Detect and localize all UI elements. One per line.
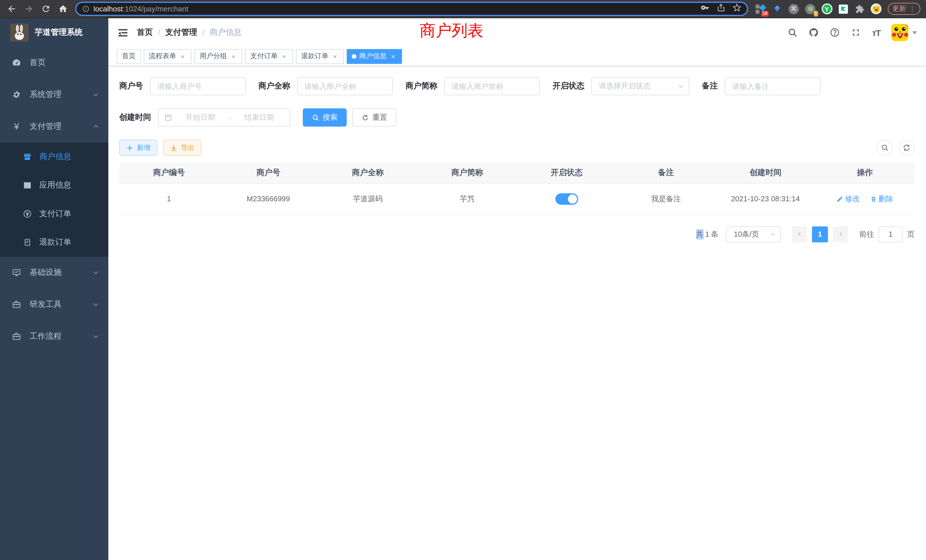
pagination-total: 共 1 条	[696, 229, 719, 239]
caret-down-icon	[912, 31, 917, 34]
close-icon[interactable]: ×	[179, 53, 186, 60]
chevron-up-icon	[92, 123, 99, 130]
browser-forward-icon[interactable]	[23, 3, 34, 15]
tag-merchant-info[interactable]: 商户信息×	[346, 49, 402, 64]
page-size-select[interactable]: 10条/页	[726, 226, 781, 242]
sidebar-item-home[interactable]: 首页	[0, 47, 108, 79]
short-name-input[interactable]	[444, 77, 540, 95]
tag-process-form[interactable]: 流程表单×	[144, 49, 192, 64]
table-row: 1 M233666999 芋道源码 芋艿 我是备注 2021-10-23 08:…	[119, 183, 915, 215]
merchant-no-label: 商户号	[119, 81, 143, 91]
github-icon[interactable]	[809, 27, 819, 38]
font-size-icon[interactable]: тT	[872, 28, 881, 37]
export-button[interactable]: 导出	[163, 140, 201, 156]
sidebar: 芋道管理系统 首页 系统管理	[0, 18, 108, 560]
extension-command-icon[interactable]: ⌘	[788, 3, 799, 15]
sidebar-item-refund-order[interactable]: 退款订单	[0, 228, 108, 257]
briefcase-icon	[11, 332, 22, 341]
breadcrumb-home[interactable]: 首页	[137, 27, 153, 38]
status-select[interactable]: 请选择开启状态	[591, 77, 689, 95]
refresh-table-button[interactable]	[899, 140, 915, 156]
site-info-icon[interactable]	[82, 5, 89, 12]
search-button[interactable]: 搜索	[303, 108, 346, 127]
tag-pay-order[interactable]: 支付订单×	[245, 49, 293, 64]
tag-user-group[interactable]: 用户分组×	[194, 49, 242, 64]
download-icon	[170, 144, 177, 151]
browser-menu-icon[interactable]: ⋮	[909, 5, 916, 13]
merchant-no-input[interactable]	[150, 77, 246, 95]
breadcrumb-payment[interactable]: 支付管理	[165, 27, 197, 38]
close-icon[interactable]: ×	[280, 53, 288, 60]
grid-table-icon	[22, 181, 32, 190]
header-search-icon[interactable]	[788, 27, 798, 38]
document-icon	[22, 238, 32, 247]
browser-reload-icon[interactable]	[40, 3, 51, 15]
extension-grammar-icon[interactable]	[838, 3, 849, 15]
sidebar-item-infra[interactable]: 基础设施	[0, 257, 108, 289]
goto-page-input[interactable]	[879, 226, 903, 242]
extension-vue-devtools-icon[interactable]: 10	[755, 3, 766, 15]
full-name-label: 商户全称	[258, 81, 290, 91]
sidebar-item-merchant-info[interactable]: 商户信息	[0, 142, 108, 171]
rabbit-logo-icon	[10, 23, 29, 42]
address-bar[interactable]: localhost:1024/pay/merchant	[75, 2, 748, 16]
add-button[interactable]: 新增	[119, 140, 157, 156]
password-key-icon[interactable]	[701, 3, 709, 14]
screen: localhost:1024/pay/merchant 10 ⌘ 1 Y	[0, 0, 926, 560]
breadcrumb: 首页 / 支付管理 / 商户信息	[137, 27, 242, 38]
fullscreen-icon[interactable]	[851, 27, 861, 38]
next-page-button[interactable]	[833, 226, 848, 242]
browser-home-icon[interactable]	[57, 3, 68, 15]
extension-status-icon[interactable]: 1	[805, 3, 816, 15]
sidebar-item-dev-tools[interactable]: 研发工具	[0, 289, 108, 321]
close-icon[interactable]: ×	[230, 53, 237, 60]
end-date-placeholder: 结束日期	[235, 112, 284, 123]
reset-button[interactable]: 重置	[353, 108, 396, 127]
status-toggle[interactable]	[555, 193, 578, 204]
close-icon[interactable]: ×	[389, 53, 397, 60]
url-text: localhost:1024/pay/merchant	[94, 5, 701, 13]
extension-y-icon[interactable]: Y	[821, 3, 832, 15]
remark-input[interactable]	[725, 77, 820, 95]
close-icon[interactable]: ×	[331, 53, 339, 60]
browser-profile-avatar[interactable]	[871, 3, 882, 14]
sidebar-fold-icon[interactable]	[118, 27, 128, 38]
user-avatar[interactable]	[891, 24, 908, 41]
filter-row-1: 商户号 商户全称 商户简称 开启状态 请选择开启状态	[119, 77, 915, 95]
user-menu[interactable]	[891, 24, 917, 41]
cell-full-name: 芋道源码	[318, 183, 418, 215]
chevron-down-icon	[770, 231, 776, 237]
extensions-puzzle-icon[interactable]	[854, 3, 865, 15]
short-name-label: 商户简称	[406, 81, 437, 91]
browser-update-button[interactable]: 更新 ⋮	[888, 3, 920, 15]
cell-short-name: 芋艿	[418, 183, 517, 215]
cell-merchant-id: 1	[119, 183, 219, 215]
help-icon[interactable]	[830, 27, 840, 38]
create-time-label: 创建时间	[119, 112, 151, 123]
sidebar-item-system[interactable]: 系统管理	[0, 79, 108, 110]
sidebar-item-payment[interactable]: ¥ 支付管理	[0, 110, 108, 142]
bookmark-star-icon[interactable]	[733, 3, 741, 14]
sidebar-item-app-info[interactable]: 应用信息	[0, 171, 108, 200]
refresh-icon	[362, 114, 369, 121]
edit-link[interactable]: 修改	[837, 194, 860, 204]
extension-kite-icon[interactable]	[772, 3, 783, 15]
payment-submenu: 商户信息 应用信息 支付订单	[0, 142, 108, 257]
prev-page-button[interactable]	[792, 226, 807, 242]
delete-link[interactable]: 删除	[870, 194, 893, 204]
page-1-button[interactable]: 1	[812, 226, 828, 242]
browser-back-icon[interactable]	[6, 3, 17, 15]
app-logo[interactable]: 芋道管理系统	[0, 18, 108, 47]
app-title: 芋道管理系统	[35, 27, 83, 38]
col-short-name: 商户简称	[418, 162, 517, 183]
sidebar-item-workflow[interactable]: 工作流程	[0, 321, 108, 353]
create-time-range-picker[interactable]: 开始日期 - 结束日期	[158, 108, 290, 127]
yen-icon: ¥	[11, 121, 22, 132]
sidebar-item-pay-order[interactable]: 支付订单	[0, 200, 108, 228]
full-name-input[interactable]	[297, 77, 393, 95]
toggle-search-button[interactable]	[877, 140, 893, 156]
share-icon[interactable]	[717, 3, 725, 14]
cell-merchant-no: M233666999	[219, 183, 318, 215]
tag-refund-order[interactable]: 退款订单×	[296, 49, 344, 64]
tag-home[interactable]: 首页	[117, 49, 141, 64]
